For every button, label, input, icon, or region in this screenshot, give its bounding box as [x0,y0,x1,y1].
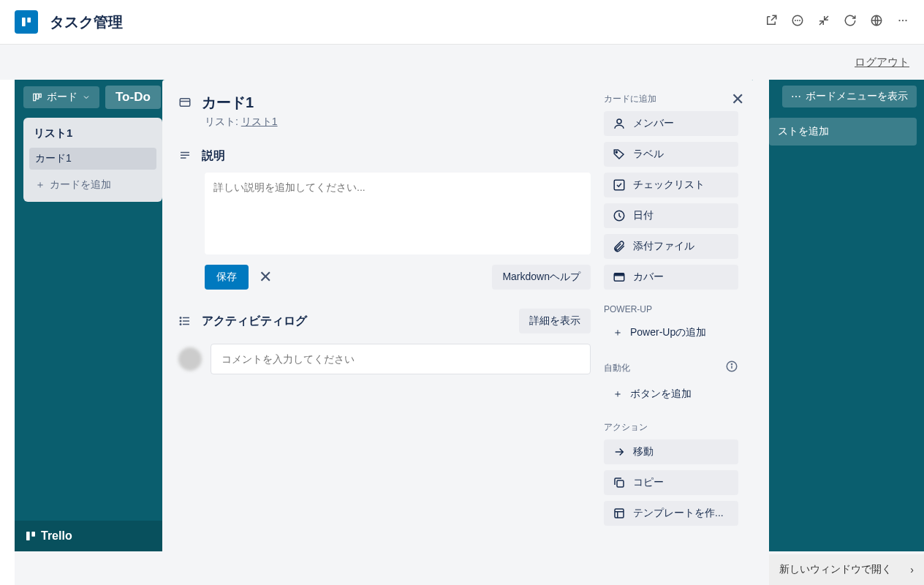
svg-rect-10 [26,532,30,540]
svg-point-22 [180,324,181,325]
card-item[interactable]: カード1 [29,148,156,170]
svg-rect-12 [180,99,190,107]
svg-point-20 [180,317,181,319]
svg-rect-32 [617,480,624,487]
svg-rect-33 [615,509,624,518]
move-button[interactable]: 移動 [604,439,738,464]
logout-link[interactable]: ログアウト [855,56,909,69]
svg-rect-11 [31,532,35,537]
markdown-help-button[interactable]: Markdownヘルプ [492,265,591,290]
list-link[interactable]: リスト1 [241,116,278,127]
svg-rect-9 [39,94,41,97]
card-modal: ✕ カード1 リスト: リスト1 説明 保存 ✕ [162,80,754,585]
globe-icon[interactable] [870,14,883,30]
template-button[interactable]: テンプレートを作... [604,501,738,526]
board-title[interactable]: To-Do [105,86,161,109]
card-title[interactable]: カード1 [202,93,254,113]
list-title[interactable]: リスト1 [29,124,156,143]
footer-right[interactable]: 新しいウィンドウで開く › [769,554,924,585]
checklist-button[interactable]: チェックリスト [604,173,738,197]
svg-rect-25 [614,180,624,190]
sub-header: ログアウト [0,45,924,80]
svg-point-31 [731,363,732,364]
comment-icon[interactable] [791,14,804,30]
board-view-button[interactable]: ボード [23,86,99,108]
add-card-button[interactable]: ＋カードを追加 [29,174,156,196]
external-link-icon[interactable] [765,14,778,30]
app-logo [15,10,38,34]
collapse-icon[interactable] [817,14,830,30]
refresh-icon[interactable] [844,14,857,30]
svg-rect-0 [22,18,26,26]
description-title: 説明 [202,148,225,164]
attachment-button[interactable]: 添付ファイル [604,234,738,259]
description-icon [178,149,192,165]
members-button[interactable]: メンバー [604,111,738,136]
powerup-title: POWER-UP [604,304,738,314]
cover-button[interactable]: カバー [604,265,738,290]
board-area-right: ⋯ボードメニューを表示 ストを追加 [769,80,924,551]
info-icon[interactable] [725,360,738,376]
svg-rect-7 [34,94,36,100]
cancel-icon[interactable]: ✕ [259,268,272,287]
svg-rect-1 [27,18,31,23]
list-column: リスト1 カード1 ＋カードを追加 [23,118,162,202]
svg-rect-8 [37,94,39,99]
list-reference: リスト: リスト1 [205,116,591,129]
add-powerup-button[interactable]: ＋Power-Upの追加 [604,320,738,345]
add-to-card-title: カードに追加 [604,93,738,105]
svg-point-21 [180,320,181,322]
more-icon[interactable] [896,14,909,30]
add-list-button[interactable]: ストを追加 [769,118,917,146]
add-automation-button[interactable]: ＋ボタンを追加 [604,382,738,407]
card-icon [178,96,192,112]
dates-button[interactable]: 日付 [604,203,738,228]
actions-title: アクション [604,421,738,434]
save-button[interactable]: 保存 [205,265,249,290]
svg-point-5 [902,20,904,21]
svg-point-4 [898,20,900,21]
svg-point-6 [905,20,906,21]
app-title: タスク管理 [50,12,123,32]
activity-icon [178,314,192,331]
close-icon[interactable]: ✕ [731,90,744,109]
activity-title: アクティビティログ [202,314,307,329]
description-input[interactable] [205,173,591,254]
board-menu-button[interactable]: ⋯ボードメニューを表示 [782,86,917,107]
top-header: タスク管理 [0,0,924,45]
automation-title: 自動化 [604,362,630,374]
labels-button[interactable]: ラベル [604,142,738,167]
svg-rect-28 [614,273,624,276]
svg-point-23 [617,119,621,124]
comment-input[interactable] [211,344,591,374]
avatar [178,347,202,371]
svg-point-24 [616,151,617,153]
copy-button[interactable]: コピー [604,470,738,495]
show-details-button[interactable]: 詳細を表示 [519,309,591,333]
